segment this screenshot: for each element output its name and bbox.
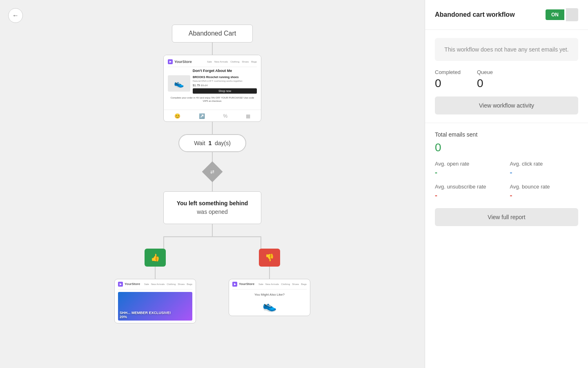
no-connector <box>269 267 270 279</box>
open-rate-value: - <box>435 168 503 177</box>
product-price: $1.79 $5.34 <box>193 84 257 87</box>
store-name: YourStore <box>174 60 192 64</box>
right-sidebar: Abandoned cart workflow ON This workflow… <box>425 0 588 368</box>
smiley-icon: 😊 <box>174 113 180 119</box>
trigger-node[interactable]: Abandoned Cart <box>172 25 253 43</box>
condition-node[interactable]: You left something behind was opened <box>163 191 261 224</box>
store-logo-icon: ▶ <box>168 59 173 64</box>
email-node-3[interactable]: ▶ YourStore Sale New Arrivals Clothing S… <box>229 279 310 316</box>
back-button[interactable]: ← <box>8 8 23 23</box>
email-node-2[interactable]: ▶ YourStore Sale New Arrivals Clothing S… <box>114 279 196 323</box>
bounce-rate-value: - <box>510 191 579 200</box>
no-emails-message: This workflow does not have any sent ema… <box>435 38 578 61</box>
click-rate-label: Avg. click rate <box>510 161 579 167</box>
split-icon: ⇄ <box>210 169 214 175</box>
report-section: Total emails sent 0 Avg. open rate - Avg… <box>425 123 588 234</box>
bounce-rate-metric: Avg. bounce rate - <box>510 184 579 200</box>
total-emails-value: 0 <box>435 141 578 154</box>
email2-header: ▶ YourStore Sale New Arrivals Clothing S… <box>115 279 196 289</box>
email-header: ▶ YourStore Sale New Arrivals Clothing S… <box>168 59 257 64</box>
product-desc: Natural DNA LOFT cushioning works togeth… <box>193 80 257 83</box>
email3-product-icon: 👟 <box>232 299 307 312</box>
email3-nav: Sale New Arrivals Clothing Shoes Bags <box>258 283 307 285</box>
yes-branch: 👍 ▶ YourStore Sale New Arrivals Clothing… <box>114 249 196 323</box>
toggle-area: ON <box>546 8 578 21</box>
queue-value: 0 <box>477 77 493 90</box>
email-action-icons: 😊 ↗️ % ▦ <box>164 110 261 121</box>
metrics-grid: Avg. open rate - Avg. click rate - Avg. … <box>435 161 578 200</box>
trigger-label: Abandoned Cart <box>189 30 236 37</box>
store-logo2-icon: ▶ <box>118 282 123 287</box>
branch-section: 👍 ▶ YourStore Sale New Arrivals Clothing… <box>114 224 310 323</box>
wait-label: Wait <box>194 140 205 146</box>
email3-title: You Might Also Like? <box>232 293 307 296</box>
workflow-canvas: ← Abandoned Cart ▶ YourStore Sale New Ar… <box>0 0 425 368</box>
wait-suffix: day(s) <box>215 140 231 146</box>
percent-icon: % <box>223 113 227 119</box>
split-diamond: ⇄ <box>202 161 223 182</box>
share-icon: ↗️ <box>199 113 205 119</box>
connector-1 <box>212 43 213 55</box>
view-report-button[interactable]: View full report <box>435 208 578 226</box>
sidebar-title: Abandoned cart workflow <box>435 11 515 18</box>
layout-icon: ▦ <box>246 113 250 119</box>
stats-section: This workflow does not have any sent ema… <box>425 30 588 123</box>
email-inner: ▶ YourStore Sale New Arrivals Clothing S… <box>164 55 261 107</box>
view-activity-button[interactable]: View workflow activity <box>435 96 578 114</box>
completed-stat: Completed 0 <box>435 69 461 90</box>
open-rate-metric: Avg. open rate - <box>435 161 503 177</box>
email-nav: Sale New Arrivals Clothing Shoes Bags <box>207 61 257 63</box>
condition-bold: You left something behind <box>177 200 248 206</box>
queue-stat: Queue 0 <box>477 69 493 90</box>
banner-text: SHH... MEMBER EXCLUSIVE!20% <box>120 311 171 319</box>
queue-label: Queue <box>477 69 493 75</box>
completed-value: 0 <box>435 77 461 90</box>
unsub-rate-value: - <box>435 191 503 200</box>
connector-5 <box>212 224 213 236</box>
unsub-rate-metric: Avg. unsubscribe rate - <box>435 184 503 200</box>
completed-label: Completed <box>435 69 461 75</box>
thumb-down-button[interactable]: 👎 <box>259 249 280 267</box>
yes-connector <box>155 267 156 279</box>
bounce-rate-label: Avg. bounce rate <box>510 184 579 190</box>
toggle-off[interactable] <box>566 8 578 21</box>
product-section: 👟 BROOKS Ricochet running shoes Natural … <box>168 75 257 94</box>
thumb-up-button[interactable]: 👍 <box>145 249 166 267</box>
store2-name: YourStore <box>125 282 140 286</box>
wait-number: 1 <box>208 140 212 146</box>
email2-nav: Sale New Arrivals Clothing Shoes Bags <box>144 283 192 285</box>
click-rate-value: - <box>510 168 579 177</box>
workflow-flow: Abandoned Cart ▶ YourStore Sale New Arri… <box>0 0 425 368</box>
store-logo3-icon: ▶ <box>232 282 237 287</box>
no-branch: 👎 ▶ YourStore Sale New Arrivals Clothing… <box>229 249 310 316</box>
toggle-on[interactable]: ON <box>546 9 564 20</box>
email3-body: You Might Also Like? 👟 <box>229 289 310 316</box>
email-node-1[interactable]: ▶ YourStore Sale New Arrivals Clothing S… <box>163 55 261 122</box>
product-image: 👟 <box>168 75 190 92</box>
condition-suffix: was opened <box>197 209 228 215</box>
wait-node[interactable]: Wait 1 day(s) <box>178 134 246 152</box>
product-name: BROOKS Ricochet running shoes <box>193 75 257 79</box>
store3-name: YourStore <box>239 282 254 286</box>
shop-now-btn: Shop now <box>193 88 257 94</box>
product-info: BROOKS Ricochet running shoes Natural DN… <box>193 75 257 94</box>
total-emails-label: Total emails sent <box>435 131 578 138</box>
email2-content: SHH... MEMBER EXCLUSIVE!20% <box>115 289 196 323</box>
connector-2 <box>212 122 213 134</box>
email-title: Don't Forget About Me <box>168 69 257 73</box>
stats-row: Completed 0 Queue 0 <box>435 69 578 90</box>
email-divider <box>168 67 257 67</box>
email2-banner: SHH... MEMBER EXCLUSIVE!20% <box>118 292 192 321</box>
open-rate-label: Avg. open rate <box>435 161 503 167</box>
unsub-rate-label: Avg. unsubscribe rate <box>435 184 503 190</box>
click-rate-metric: Avg. click rate - <box>510 161 579 177</box>
email-discount: Complete your order in 4H and enjoy 5% O… <box>168 96 257 103</box>
branches-row: 👍 ▶ YourStore Sale New Arrivals Clothing… <box>114 249 310 323</box>
email3-header: ▶ YourStore Sale New Arrivals Clothing S… <box>229 279 310 289</box>
sidebar-header: Abandoned cart workflow ON <box>425 0 588 30</box>
